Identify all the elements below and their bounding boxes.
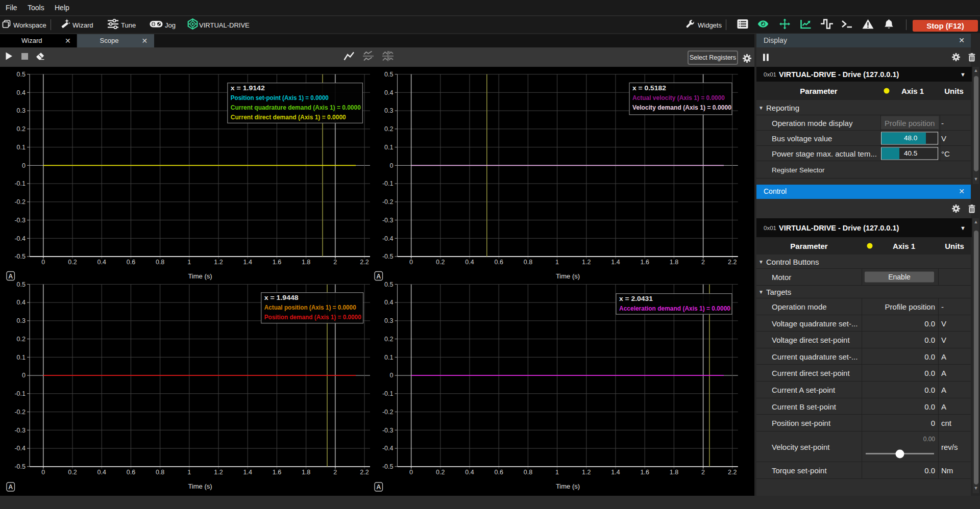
svg-text:Time (s): Time (s)	[188, 272, 212, 280]
svg-text:0.5: 0.5	[384, 281, 393, 288]
svg-text:2: 2	[701, 469, 705, 476]
svg-text:2.2: 2.2	[360, 469, 369, 476]
svg-text:1.6: 1.6	[641, 259, 649, 266]
svg-text:0.1: 0.1	[384, 144, 393, 151]
svg-text:-0.5: -0.5	[14, 463, 26, 470]
svg-text:1: 1	[555, 469, 559, 476]
svg-text:Velocity demand (Axis 1) = 0.0: Velocity demand (Axis 1) = 0.0000	[632, 104, 731, 111]
svg-text:1.4: 1.4	[243, 469, 252, 476]
svg-text:2: 2	[333, 469, 337, 476]
svg-text:-0.1: -0.1	[382, 390, 394, 397]
svg-text:1.4: 1.4	[611, 469, 620, 476]
svg-text:0.4: 0.4	[97, 469, 106, 476]
svg-text:0.1: 0.1	[384, 354, 393, 361]
svg-text:0.8: 0.8	[156, 259, 164, 266]
svg-text:1: 1	[187, 469, 191, 476]
svg-text:0.1: 0.1	[17, 144, 26, 151]
svg-text:-0.1: -0.1	[14, 180, 26, 187]
svg-text:-0.1: -0.1	[14, 390, 26, 397]
svg-text:0.2: 0.2	[68, 259, 77, 266]
svg-text:A: A	[376, 273, 381, 280]
svg-text:-0.5: -0.5	[14, 253, 26, 260]
svg-text:0.6: 0.6	[127, 259, 135, 266]
svg-text:Position demand (Axis 1) = 0.0: Position demand (Axis 1) = 0.0000	[264, 314, 361, 321]
svg-text:-0.3: -0.3	[382, 427, 394, 434]
svg-text:Actual velocity (Axis 1) = 0.0: Actual velocity (Axis 1) = 0.0000	[632, 94, 725, 101]
svg-text:0.5: 0.5	[384, 71, 393, 78]
svg-text:Current direct demand (Axis 1): Current direct demand (Axis 1) = 0.0000	[231, 114, 346, 121]
svg-text:Time (s): Time (s)	[556, 272, 580, 280]
svg-text:0.4: 0.4	[384, 299, 393, 306]
svg-text:1.2: 1.2	[582, 469, 591, 476]
svg-text:1.2: 1.2	[214, 259, 223, 266]
svg-text:0.4: 0.4	[465, 469, 474, 476]
svg-text:-0.4: -0.4	[382, 235, 394, 242]
svg-text:1.4: 1.4	[243, 259, 252, 266]
svg-text:0.2: 0.2	[436, 469, 445, 476]
svg-text:0.5: 0.5	[17, 71, 26, 78]
svg-text:x = 1.9142: x = 1.9142	[231, 85, 265, 92]
svg-text:0.6: 0.6	[495, 469, 503, 476]
svg-text:0: 0	[390, 162, 394, 169]
svg-text:-0.3: -0.3	[382, 217, 394, 224]
svg-text:0: 0	[390, 372, 394, 379]
svg-text:-0.4: -0.4	[14, 445, 26, 452]
svg-text:Time (s): Time (s)	[556, 482, 580, 490]
svg-text:0: 0	[22, 372, 26, 379]
svg-text:1.6: 1.6	[641, 469, 649, 476]
svg-text:0: 0	[41, 259, 45, 266]
svg-text:A: A	[376, 483, 381, 491]
svg-text:0.5: 0.5	[17, 281, 26, 288]
svg-text:0.6: 0.6	[495, 259, 503, 266]
svg-text:0.4: 0.4	[384, 89, 393, 96]
svg-text:0.3: 0.3	[17, 317, 26, 324]
svg-text:-0.2: -0.2	[14, 409, 26, 416]
svg-text:0.8: 0.8	[156, 469, 164, 476]
svg-text:Acceleration demand (Axis 1) =: Acceleration demand (Axis 1) = 0.0000	[619, 305, 730, 312]
svg-text:0.4: 0.4	[97, 259, 106, 266]
svg-text:0.2: 0.2	[384, 125, 393, 133]
svg-text:0.4: 0.4	[465, 259, 474, 266]
svg-text:1.4: 1.4	[611, 259, 620, 266]
svg-text:0: 0	[22, 162, 26, 169]
svg-text:x = 0.5182: x = 0.5182	[632, 85, 666, 92]
svg-text:-0.1: -0.1	[382, 180, 394, 187]
svg-text:-0.2: -0.2	[14, 198, 26, 206]
svg-text:2: 2	[701, 259, 705, 266]
svg-text:0.2: 0.2	[436, 259, 445, 266]
svg-text:0: 0	[41, 469, 45, 476]
svg-text:0.8: 0.8	[524, 259, 532, 266]
svg-text:0.2: 0.2	[384, 336, 393, 343]
svg-text:1: 1	[187, 259, 191, 266]
svg-text:0: 0	[409, 259, 413, 266]
svg-text:-0.5: -0.5	[382, 463, 394, 470]
svg-text:A: A	[8, 483, 13, 491]
svg-text:-0.2: -0.2	[382, 198, 394, 206]
svg-text:1.6: 1.6	[273, 259, 281, 266]
svg-text:1.8: 1.8	[670, 259, 678, 266]
svg-text:1.6: 1.6	[273, 469, 281, 476]
svg-text:1.8: 1.8	[302, 469, 310, 476]
svg-text:2.2: 2.2	[360, 259, 369, 266]
svg-text:0: 0	[409, 469, 413, 476]
svg-text:1: 1	[555, 259, 559, 266]
svg-text:Time (s): Time (s)	[188, 482, 212, 490]
svg-text:-0.2: -0.2	[382, 409, 394, 416]
svg-text:2: 2	[333, 259, 337, 266]
svg-text:Current quadrature demand (Axi: Current quadrature demand (Axis 1) = 0.0…	[231, 104, 361, 111]
svg-text:1.2: 1.2	[582, 259, 591, 266]
svg-text:1.8: 1.8	[302, 259, 310, 266]
svg-text:-0.4: -0.4	[14, 235, 26, 242]
svg-text:-0.3: -0.3	[14, 427, 26, 434]
svg-text:0.1: 0.1	[17, 354, 26, 361]
svg-text:1.2: 1.2	[214, 469, 223, 476]
svg-text:0.2: 0.2	[17, 125, 26, 133]
svg-text:A: A	[8, 273, 13, 280]
svg-text:2.2: 2.2	[728, 469, 737, 476]
svg-text:0.3: 0.3	[17, 107, 26, 114]
svg-text:0.3: 0.3	[384, 317, 393, 324]
svg-text:-0.4: -0.4	[382, 445, 394, 452]
svg-text:-0.5: -0.5	[382, 253, 394, 260]
svg-text:0.3: 0.3	[384, 107, 393, 114]
svg-text:1.8: 1.8	[670, 469, 678, 476]
